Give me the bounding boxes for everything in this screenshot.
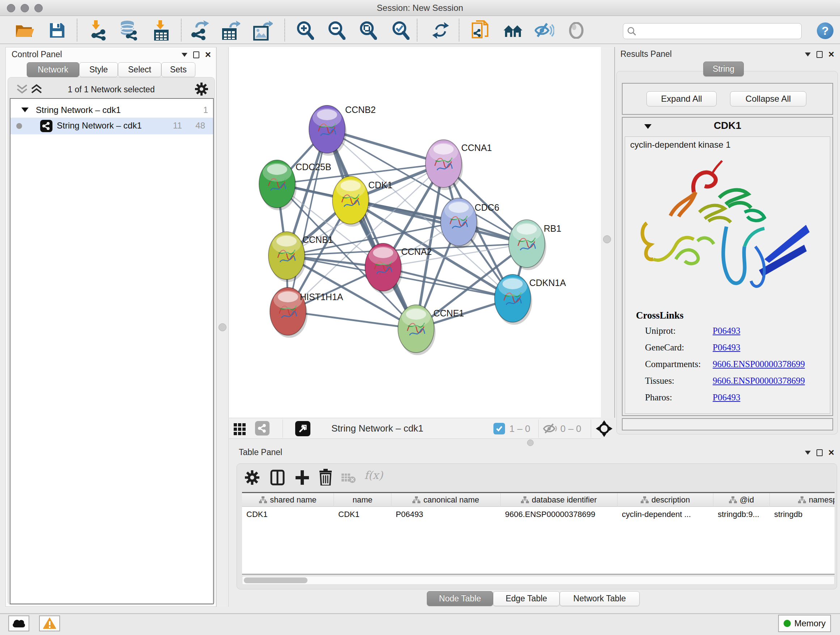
tab-edge-table[interactable]: Edge Table: [493, 591, 560, 606]
refresh-view-button[interactable]: [431, 20, 451, 41]
memory-button[interactable]: Memory: [778, 615, 831, 632]
table-row-cell[interactable]: cyclin-dependent ...: [617, 508, 714, 521]
delete-column-trash-icon[interactable]: [319, 469, 332, 486]
zoom-in-button[interactable]: [295, 20, 315, 41]
zoom-fit-button[interactable]: [358, 20, 378, 41]
tab-node-table[interactable]: Node Table: [427, 591, 493, 606]
network-node-ccnb1[interactable]: CCNB1: [268, 232, 333, 282]
column-header-canonical-name[interactable]: canonical name: [392, 493, 501, 507]
export-image-icon: [253, 20, 273, 41]
panel-float-icon[interactable]: [816, 449, 823, 456]
toolbar-separator: [417, 19, 417, 41]
gear-icon[interactable]: [195, 82, 208, 96]
export-network-button[interactable]: [189, 20, 210, 41]
tissues-link[interactable]: 9606.ENSP00000378699: [713, 376, 805, 386]
import-network-button[interactable]: [88, 20, 109, 41]
network-node-ccna2[interactable]: CCNA2: [365, 243, 432, 294]
help-button[interactable]: ?: [817, 22, 834, 39]
open-folder-icon: [15, 22, 34, 38]
compartments-link[interactable]: 9606.ENSP00000378699: [713, 359, 805, 369]
network-node-ccnb2[interactable]: CCNB2: [309, 105, 376, 156]
zoom-out-button[interactable]: [326, 20, 347, 41]
home-view-button[interactable]: [503, 20, 523, 41]
network-node-hist1h1a[interactable]: HIST1H1A: [270, 287, 343, 338]
collapse-all-button[interactable]: Collapse All: [730, 91, 806, 106]
new-view-button[interactable]: [295, 421, 310, 436]
panel-menu-icon[interactable]: [805, 451, 811, 455]
right-splitter-handle[interactable]: [603, 235, 611, 243]
network-node-ccne1[interactable]: CCNE1: [398, 305, 464, 355]
open-session-button[interactable]: [14, 20, 35, 41]
table-row-cell[interactable]: CDK1: [242, 508, 334, 521]
uniprot-link[interactable]: P06493: [713, 326, 740, 336]
table-settings-gear-icon[interactable]: [245, 470, 259, 485]
network-node-cdkn1a[interactable]: CDKN1A: [494, 274, 566, 325]
tab-network-table[interactable]: Network Table: [560, 591, 639, 606]
expand-all-button[interactable]: Expand All: [646, 91, 717, 106]
pharos-link[interactable]: P06493: [713, 393, 740, 402]
network-collection-row[interactable]: String Network – cdk1 1: [11, 103, 213, 118]
show-all-button[interactable]: [566, 20, 586, 41]
panel-close-icon[interactable]: ×: [829, 51, 834, 58]
right-splitter[interactable]: [601, 47, 615, 418]
import-network-from-database-button[interactable]: [119, 20, 139, 41]
column-header-name[interactable]: name: [334, 493, 392, 507]
network-node-ccna1[interactable]: CCNA1: [425, 140, 492, 190]
show-columns-icon[interactable]: [270, 470, 285, 486]
network-edge[interactable]: [351, 200, 527, 244]
search-input[interactable]: [623, 23, 802, 39]
table-row-cell[interactable]: 9606.ENSP00000378699: [501, 508, 617, 521]
panel-float-icon[interactable]: [193, 51, 199, 58]
panel-menu-icon[interactable]: [805, 52, 811, 57]
table-row-cell[interactable]: P06493: [392, 508, 501, 521]
column-label: database identifier: [532, 495, 597, 505]
tab-style[interactable]: Style: [79, 62, 118, 77]
column-header-namespace[interactable]: namespace: [770, 493, 835, 507]
left-splitter[interactable]: [216, 47, 229, 607]
tab-select[interactable]: Select: [118, 62, 161, 77]
warnings-button[interactable]: [39, 616, 60, 631]
tab-string-results[interactable]: String: [703, 62, 744, 76]
column-header-database-identifier[interactable]: database identifier: [501, 493, 617, 507]
panel-close-icon[interactable]: ×: [829, 449, 834, 456]
left-splitter-handle[interactable]: [218, 323, 226, 331]
zoom-in-icon: [296, 21, 314, 40]
crosslink-label: Uniprot:: [645, 326, 676, 336]
column-header-shared-name[interactable]: shared name: [242, 493, 334, 507]
column-header-description[interactable]: description: [617, 493, 714, 507]
table-horizontal-scrollbar[interactable]: [242, 576, 835, 585]
scrollbar-thumb[interactable]: [244, 578, 308, 583]
network-edge[interactable]: [288, 129, 327, 311]
network-node-rb1[interactable]: RB1: [508, 220, 561, 270]
function-builder-icon-disabled: f(x): [364, 469, 383, 481]
save-session-button[interactable]: [47, 20, 67, 41]
cloud-status-button[interactable]: [8, 616, 29, 631]
zoom-selected-button[interactable]: [390, 20, 411, 41]
network-type-icon[interactable]: [255, 421, 270, 435]
table-row-cell[interactable]: CDK1: [334, 508, 392, 521]
export-image-button[interactable]: [253, 20, 273, 41]
tab-network[interactable]: Network: [27, 62, 79, 77]
table-row-cell[interactable]: stringdb: [770, 508, 835, 521]
network-canvas[interactable]: CCNB2CCNA1CDC25BCDK1CDC6RB1CCNB1CCNA2CDK…: [229, 47, 601, 418]
entry-description: cyclin-dependent kinase 1: [630, 140, 731, 150]
clone-network-button[interactable]: [470, 20, 491, 41]
genecard-link[interactable]: P06493: [713, 342, 740, 353]
add-column-icon[interactable]: [295, 470, 309, 486]
import-table-button[interactable]: [151, 20, 172, 41]
table-row-cell[interactable]: stringdb:9...: [714, 508, 770, 521]
tab-sets[interactable]: Sets: [161, 62, 195, 77]
selected-nodes-checkbox[interactable]: [493, 423, 505, 434]
birdseye-view-button[interactable]: [234, 423, 246, 435]
panel-close-icon[interactable]: ×: [205, 51, 211, 58]
panel-menu-icon[interactable]: [182, 53, 187, 57]
network-row-selected[interactable]: String Network – cdk1 11 48: [11, 118, 213, 134]
hide-selected-button[interactable]: [534, 20, 554, 41]
tree-expand-icon[interactable]: [21, 108, 28, 112]
refresh-icon: [431, 21, 450, 40]
main-toolbar: ?: [0, 16, 840, 44]
crosshair-icon[interactable]: [596, 420, 613, 437]
column-header-id[interactable]: @id: [714, 493, 770, 507]
panel-float-icon[interactable]: [816, 51, 823, 58]
export-table-button[interactable]: [221, 20, 241, 41]
